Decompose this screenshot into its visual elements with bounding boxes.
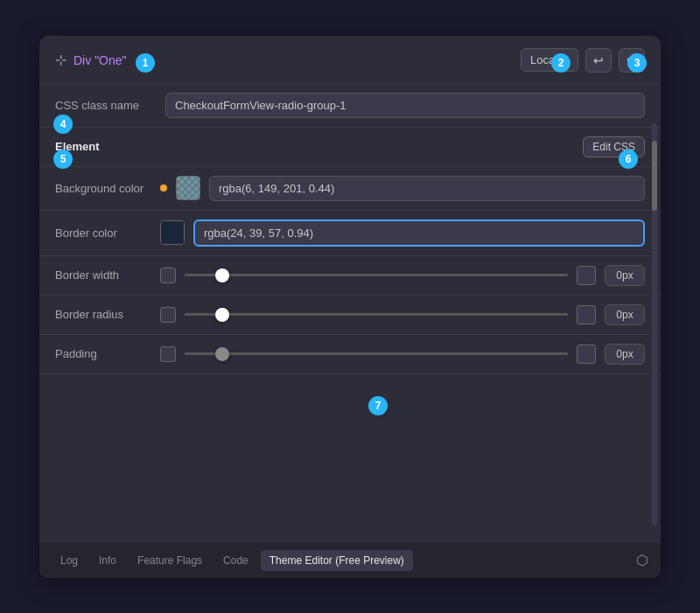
border-color-label: Border color: [55, 226, 151, 240]
border-radius-slider-container: [185, 306, 568, 324]
element-section-header: Element Edit CSS: [39, 128, 661, 167]
border-width-value: 0px: [605, 265, 645, 286]
badge-3: 3: [627, 53, 647, 73]
css-class-input[interactable]: [165, 93, 645, 118]
border-width-thumb[interactable]: [215, 268, 229, 282]
bg-color-dot: [160, 185, 167, 192]
tab-info[interactable]: Info: [90, 550, 125, 571]
padding-value: 0px: [605, 344, 645, 365]
css-class-row: CSS class name: [39, 84, 661, 128]
border-color-row: Border color: [39, 211, 661, 256]
scrollbar-thumb[interactable]: [652, 141, 657, 211]
badge-2: 2: [551, 53, 570, 73]
badge-4: 4: [53, 115, 73, 134]
badge-5: 5: [53, 150, 73, 169]
border-radius-row: Border radius 0px: [39, 296, 661, 335]
border-color-solid: [161, 221, 184, 244]
border-radius-thumb[interactable]: [215, 308, 229, 322]
padding-end-box: [577, 345, 596, 364]
padding-label: Padding: [55, 347, 151, 360]
border-width-slider-container: [185, 267, 568, 284]
padding-checkbox[interactable]: [160, 346, 176, 362]
border-width-row: Border width 0px: [39, 256, 661, 296]
border-radius-checkbox[interactable]: [160, 307, 176, 323]
padding-slider-container: [185, 345, 568, 363]
bg-color-label: Background color: [55, 182, 151, 195]
border-width-end-box: [577, 266, 596, 285]
border-radius-track: [185, 313, 568, 316]
header-left: ⊹ Div "One": [55, 52, 127, 68]
background-color-row: Background color: [39, 167, 661, 211]
border-width-label: Border width: [55, 268, 151, 282]
border-radius-value: 0px: [605, 304, 645, 325]
border-color-swatch[interactable]: [160, 220, 185, 245]
bg-color-swatch[interactable]: [176, 176, 200, 200]
tab-log[interactable]: Log: [52, 550, 87, 571]
border-width-checkbox[interactable]: [160, 268, 176, 283]
scrollbar[interactable]: [652, 123, 657, 526]
css-class-label: CSS class name: [55, 99, 151, 112]
padding-row: Padding 0px: [39, 335, 661, 374]
undo-button[interactable]: ↩: [585, 48, 612, 73]
badge-1: 1: [136, 53, 155, 73]
element-label: Div "One": [74, 53, 127, 67]
inspector-panel: 1 2 3 4 5 6 7 ⊹ Div "One" Local ▾ ↩ ↪ CS…: [39, 36, 661, 578]
export-icon[interactable]: ⬡: [636, 552, 648, 568]
crosshair-icon: ⊹: [55, 52, 66, 68]
checkerboard-pattern: [177, 177, 200, 199]
border-radius-label: Border radius: [55, 308, 151, 321]
tab-bar: Log Info Feature Flags Code Theme Editor…: [39, 543, 661, 578]
tab-code[interactable]: Code: [214, 550, 257, 571]
badge-7: 7: [368, 396, 388, 415]
padding-track: [185, 352, 568, 355]
header-right: Local ▾ ↩ ↪: [521, 48, 645, 73]
tab-feature-flags[interactable]: Feature Flags: [129, 550, 211, 571]
border-color-input[interactable]: [193, 219, 645, 247]
border-width-track: [185, 274, 568, 276]
badge-6: 6: [619, 150, 638, 169]
bg-color-input[interactable]: [209, 176, 645, 201]
padding-thumb[interactable]: [215, 347, 229, 361]
border-radius-end-box: [577, 305, 596, 324]
tab-theme-editor[interactable]: Theme Editor (Free Preview): [261, 550, 413, 571]
